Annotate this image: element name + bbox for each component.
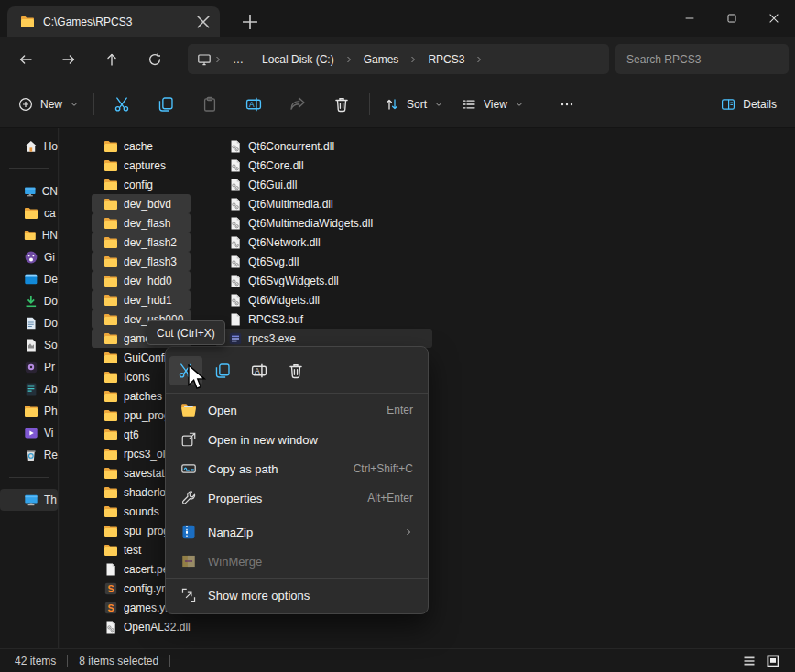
sidebar-item[interactable]: Gi bbox=[0, 246, 58, 268]
breadcrumb-ellipsis[interactable]: … bbox=[224, 53, 252, 66]
sidebar-item[interactable]: So bbox=[0, 334, 58, 356]
menu-item-label: Show more options bbox=[208, 589, 402, 602]
delete-icon[interactable] bbox=[333, 96, 350, 113]
file-row[interactable]: captures bbox=[92, 156, 191, 175]
minimize-button[interactable] bbox=[683, 12, 696, 25]
sidebar-item[interactable]: De bbox=[0, 268, 58, 290]
folder-icon bbox=[24, 404, 38, 418]
context-menu-item[interactable]: Show more options bbox=[169, 580, 424, 610]
breadcrumb-local-disk[interactable]: Local Disk (C:) bbox=[254, 53, 343, 66]
file-row[interactable]: rpcs3.exe bbox=[216, 329, 432, 348]
context-menu-item[interactable]: Properties Alt+Enter bbox=[169, 483, 424, 513]
rename-icon[interactable]: A bbox=[245, 96, 262, 113]
recycle-bin-icon bbox=[24, 448, 38, 462]
dll-file-icon bbox=[228, 235, 243, 250]
copy-icon[interactable] bbox=[158, 96, 174, 113]
cut-icon[interactable] bbox=[114, 96, 130, 113]
toolbar-divider bbox=[539, 93, 539, 115]
media-app-icon bbox=[24, 360, 38, 374]
search-input[interactable] bbox=[626, 53, 778, 66]
file-row[interactable]: Qt6MultimediaWidgets.dll bbox=[216, 213, 432, 233]
file-row[interactable]: Qt6Svg.dll bbox=[216, 252, 432, 271]
file-row[interactable]: Qt6SvgWidgets.dll bbox=[216, 271, 432, 290]
sidebar-item[interactable]: Vi bbox=[0, 422, 58, 444]
file-row[interactable]: dev_flash bbox=[92, 213, 191, 233]
file-name: dev_flash2 bbox=[124, 236, 177, 249]
sidebar-item[interactable]: Th bbox=[0, 489, 58, 511]
sidebar-item[interactable]: Do bbox=[0, 312, 58, 334]
back-button[interactable] bbox=[18, 52, 33, 67]
context-menu-icon-button[interactable]: A bbox=[243, 356, 276, 385]
sort-button[interactable]: Sort bbox=[376, 88, 452, 121]
folder-icon bbox=[103, 428, 118, 442]
refresh-button[interactable] bbox=[147, 52, 162, 67]
sidebar-item[interactable]: Ab bbox=[0, 378, 58, 400]
sidebar-item[interactable]: Do bbox=[0, 290, 58, 312]
sidebar-item-label: So bbox=[44, 339, 58, 352]
context-menu-item[interactable]: Copy as path Ctrl+Shift+C bbox=[169, 454, 424, 483]
large-icons-view-toggle[interactable] bbox=[766, 654, 780, 668]
chevron-right-icon bbox=[408, 55, 418, 64]
breadcrumb: … Local Disk (C:) Games RPCS3 bbox=[188, 44, 609, 74]
sidebar-item[interactable]: Ho bbox=[0, 135, 58, 157]
tab-close-button[interactable] bbox=[194, 13, 212, 31]
context-menu-item[interactable]: NanaZip bbox=[169, 517, 424, 547]
file-row[interactable]: config bbox=[92, 175, 191, 194]
breadcrumb-rpcs3[interactable]: RPCS3 bbox=[419, 53, 473, 66]
file-row[interactable]: dev_hdd1 bbox=[92, 290, 191, 309]
search-box[interactable] bbox=[615, 44, 789, 74]
forward-button[interactable] bbox=[61, 52, 76, 67]
computer-icon[interactable] bbox=[197, 52, 212, 67]
maximize-button[interactable] bbox=[725, 12, 738, 25]
chevron-right-icon bbox=[474, 55, 484, 64]
context-menu-icon-button[interactable] bbox=[279, 356, 312, 385]
file-row[interactable]: OpenAL32.dll bbox=[92, 617, 191, 636]
file-row[interactable]: dev_flash2 bbox=[92, 233, 191, 252]
sidebar-item[interactable]: Pr bbox=[0, 356, 58, 378]
file-row[interactable]: Qt6Gui.dll bbox=[216, 175, 432, 194]
folder-icon bbox=[103, 312, 118, 327]
context-menu-item[interactable]: Open Enter bbox=[169, 396, 424, 425]
sidebar-item[interactable]: Ph bbox=[0, 400, 58, 422]
file-row[interactable]: Qt6Core.dll bbox=[216, 156, 432, 175]
new-button[interactable]: New bbox=[9, 88, 88, 121]
file-row[interactable]: dev_hdd0 bbox=[92, 271, 191, 290]
file-icon bbox=[228, 312, 243, 327]
file-row[interactable]: Qt6Widgets.dll bbox=[216, 290, 432, 309]
file-row[interactable]: Qt6Concurrent.dll bbox=[216, 136, 432, 156]
up-button[interactable] bbox=[104, 52, 119, 67]
details-button[interactable]: Details bbox=[712, 88, 786, 121]
file-name: Qt6MultimediaWidgets.dll bbox=[248, 217, 373, 230]
folder-icon bbox=[103, 293, 118, 308]
sort-button-label: Sort bbox=[407, 98, 427, 111]
file-row[interactable]: dev_flash3 bbox=[92, 252, 191, 271]
sidebar-item[interactable]: HN bbox=[0, 224, 58, 246]
sidebar-item-label: Vi bbox=[44, 427, 53, 439]
view-button[interactable]: View bbox=[452, 88, 533, 121]
file-name: OpenAL32.dll bbox=[124, 621, 191, 634]
new-tab-button[interactable] bbox=[240, 12, 260, 32]
file-row[interactable]: dev_bdvd bbox=[92, 194, 191, 213]
details-view-toggle[interactable] bbox=[742, 654, 757, 668]
sidebar-item[interactable]: Re bbox=[0, 444, 58, 466]
context-menu-icon-button[interactable] bbox=[206, 356, 239, 385]
more-options-icon[interactable] bbox=[560, 97, 574, 112]
sidebar-item[interactable]: ca bbox=[0, 202, 58, 224]
file-row[interactable]: RPCS3.buf bbox=[216, 309, 432, 329]
file-row[interactable]: Qt6Multimedia.dll bbox=[216, 194, 432, 213]
context-menu-item[interactable]: WinMerge bbox=[169, 547, 424, 576]
delete-icon bbox=[288, 363, 304, 379]
file-row[interactable]: cache bbox=[92, 136, 191, 156]
breadcrumb-games[interactable]: Games bbox=[355, 53, 408, 66]
file-name: config bbox=[124, 179, 153, 191]
svg-text:S: S bbox=[107, 602, 114, 613]
close-button[interactable] bbox=[768, 12, 780, 25]
explorer-tab[interactable]: C:\Games\RPCS3 bbox=[7, 6, 220, 37]
file-name: RPCS3.buf bbox=[248, 313, 303, 326]
share-icon[interactable] bbox=[289, 96, 306, 113]
context-menu-item[interactable]: Open in new window bbox=[169, 425, 424, 454]
sidebar-item[interactable]: CN bbox=[0, 180, 58, 202]
file-row[interactable]: Qt6Network.dll bbox=[216, 233, 432, 252]
paste-icon[interactable] bbox=[201, 96, 218, 113]
sidebar-item-label: Re bbox=[44, 449, 58, 461]
